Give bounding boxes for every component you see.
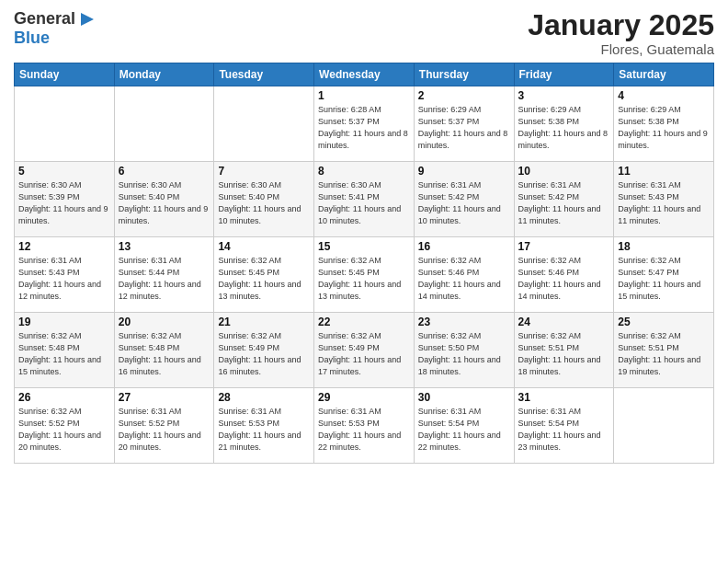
calendar-week-1: 1Sunrise: 6:28 AMSunset: 5:37 PMDaylight… — [15, 86, 714, 162]
day-info: Sunrise: 6:31 AMSunset: 5:54 PMDaylight:… — [518, 406, 610, 454]
day-number: 26 — [18, 391, 110, 404]
month-year: January 2025 — [528, 9, 714, 41]
day-number: 7 — [218, 165, 310, 178]
col-thursday: Thursday — [414, 63, 514, 86]
day-number: 10 — [518, 165, 610, 178]
day-number: 18 — [618, 240, 710, 253]
calendar-week-4: 19Sunrise: 6:32 AMSunset: 5:48 PMDayligh… — [15, 313, 714, 388]
day-info: Sunrise: 6:31 AMSunset: 5:53 PMDaylight:… — [318, 406, 410, 454]
calendar-week-5: 26Sunrise: 6:32 AMSunset: 5:52 PMDayligh… — [15, 388, 714, 464]
col-sunday: Sunday — [15, 63, 115, 86]
day-number: 8 — [318, 165, 410, 178]
day-info: Sunrise: 6:32 AMSunset: 5:48 PMDaylight:… — [18, 330, 110, 378]
day-info: Sunrise: 6:32 AMSunset: 5:52 PMDaylight:… — [18, 406, 110, 454]
calendar-cell: 11Sunrise: 6:31 AMSunset: 5:43 PMDayligh… — [614, 162, 714, 237]
logo-general: General — [14, 10, 75, 29]
day-number: 21 — [218, 316, 310, 328]
day-info: Sunrise: 6:30 AMSunset: 5:39 PMDaylight:… — [18, 179, 110, 227]
calendar-cell: 29Sunrise: 6:31 AMSunset: 5:53 PMDayligh… — [314, 388, 415, 464]
day-number: 17 — [518, 240, 610, 253]
calendar-header-row: Sunday Monday Tuesday Wednesday Thursday… — [15, 63, 714, 86]
title-block: January 2025 Flores, Guatemala — [528, 9, 714, 57]
day-number: 31 — [518, 391, 610, 404]
day-number: 25 — [618, 316, 710, 328]
day-info: Sunrise: 6:29 AMSunset: 5:37 PMDaylight:… — [418, 104, 510, 152]
calendar-cell: 24Sunrise: 6:32 AMSunset: 5:51 PMDayligh… — [514, 313, 614, 388]
day-number: 3 — [518, 89, 610, 102]
day-number: 19 — [18, 316, 110, 328]
calendar-cell: 5Sunrise: 6:30 AMSunset: 5:39 PMDaylight… — [15, 162, 115, 237]
location: Flores, Guatemala — [528, 41, 714, 57]
header: General Blue January 2025 Flores, Guatem… — [14, 9, 714, 57]
day-info: Sunrise: 6:31 AMSunset: 5:44 PMDaylight:… — [119, 255, 210, 303]
calendar-cell: 27Sunrise: 6:31 AMSunset: 5:52 PMDayligh… — [114, 388, 214, 464]
logo-icon — [77, 9, 97, 29]
day-info: Sunrise: 6:32 AMSunset: 5:47 PMDaylight:… — [618, 255, 710, 303]
day-number: 27 — [119, 391, 210, 404]
col-wednesday: Wednesday — [314, 63, 415, 86]
calendar-week-3: 12Sunrise: 6:31 AMSunset: 5:43 PMDayligh… — [15, 237, 714, 313]
calendar-cell — [614, 388, 714, 464]
day-info: Sunrise: 6:30 AMSunset: 5:41 PMDaylight:… — [318, 179, 410, 227]
calendar: Sunday Monday Tuesday Wednesday Thursday… — [14, 63, 714, 464]
col-friday: Friday — [514, 63, 614, 86]
calendar-cell: 12Sunrise: 6:31 AMSunset: 5:43 PMDayligh… — [15, 237, 115, 313]
day-number: 6 — [119, 165, 210, 178]
calendar-cell: 4Sunrise: 6:29 AMSunset: 5:38 PMDaylight… — [614, 86, 714, 162]
calendar-cell: 28Sunrise: 6:31 AMSunset: 5:53 PMDayligh… — [214, 388, 314, 464]
day-number: 14 — [218, 240, 310, 253]
day-number: 28 — [218, 391, 310, 404]
calendar-cell: 31Sunrise: 6:31 AMSunset: 5:54 PMDayligh… — [514, 388, 614, 464]
calendar-cell: 26Sunrise: 6:32 AMSunset: 5:52 PMDayligh… — [15, 388, 115, 464]
day-number: 20 — [119, 316, 210, 328]
day-number: 4 — [618, 89, 710, 102]
calendar-week-2: 5Sunrise: 6:30 AMSunset: 5:39 PMDaylight… — [15, 162, 714, 237]
day-info: Sunrise: 6:32 AMSunset: 5:45 PMDaylight:… — [318, 255, 410, 303]
calendar-cell — [214, 86, 314, 162]
day-info: Sunrise: 6:32 AMSunset: 5:46 PMDaylight:… — [518, 255, 610, 303]
day-info: Sunrise: 6:31 AMSunset: 5:52 PMDaylight:… — [119, 406, 210, 454]
day-number: 30 — [418, 391, 510, 404]
day-info: Sunrise: 6:28 AMSunset: 5:37 PMDaylight:… — [318, 104, 410, 152]
day-info: Sunrise: 6:29 AMSunset: 5:38 PMDaylight:… — [618, 104, 710, 152]
day-number: 2 — [418, 89, 510, 102]
page: General Blue January 2025 Flores, Guatem… — [0, 0, 728, 563]
calendar-cell: 1Sunrise: 6:28 AMSunset: 5:37 PMDaylight… — [314, 86, 415, 162]
day-number: 15 — [318, 240, 410, 253]
day-info: Sunrise: 6:32 AMSunset: 5:51 PMDaylight:… — [618, 330, 710, 378]
calendar-cell: 2Sunrise: 6:29 AMSunset: 5:37 PMDaylight… — [414, 86, 514, 162]
logo-blue: Blue — [14, 29, 50, 48]
logo: General Blue — [14, 9, 97, 48]
day-number: 22 — [318, 316, 410, 328]
day-info: Sunrise: 6:31 AMSunset: 5:43 PMDaylight:… — [18, 255, 110, 303]
day-info: Sunrise: 6:31 AMSunset: 5:53 PMDaylight:… — [218, 406, 310, 454]
calendar-cell: 14Sunrise: 6:32 AMSunset: 5:45 PMDayligh… — [214, 237, 314, 313]
day-info: Sunrise: 6:32 AMSunset: 5:46 PMDaylight:… — [418, 255, 510, 303]
col-saturday: Saturday — [614, 63, 714, 86]
day-number: 9 — [418, 165, 510, 178]
calendar-cell: 9Sunrise: 6:31 AMSunset: 5:42 PMDaylight… — [414, 162, 514, 237]
calendar-cell: 13Sunrise: 6:31 AMSunset: 5:44 PMDayligh… — [114, 237, 214, 313]
calendar-cell: 16Sunrise: 6:32 AMSunset: 5:46 PMDayligh… — [414, 237, 514, 313]
day-info: Sunrise: 6:32 AMSunset: 5:48 PMDaylight:… — [119, 330, 210, 378]
col-tuesday: Tuesday — [214, 63, 314, 86]
day-info: Sunrise: 6:32 AMSunset: 5:51 PMDaylight:… — [518, 330, 610, 378]
day-number: 1 — [318, 89, 410, 102]
day-info: Sunrise: 6:30 AMSunset: 5:40 PMDaylight:… — [119, 179, 210, 227]
day-info: Sunrise: 6:30 AMSunset: 5:40 PMDaylight:… — [218, 179, 310, 227]
calendar-cell: 3Sunrise: 6:29 AMSunset: 5:38 PMDaylight… — [514, 86, 614, 162]
day-info: Sunrise: 6:32 AMSunset: 5:45 PMDaylight:… — [218, 255, 310, 303]
calendar-cell: 25Sunrise: 6:32 AMSunset: 5:51 PMDayligh… — [614, 313, 714, 388]
day-info: Sunrise: 6:32 AMSunset: 5:49 PMDaylight:… — [318, 330, 410, 378]
day-info: Sunrise: 6:31 AMSunset: 5:42 PMDaylight:… — [518, 179, 610, 227]
calendar-cell: 10Sunrise: 6:31 AMSunset: 5:42 PMDayligh… — [514, 162, 614, 237]
calendar-cell: 8Sunrise: 6:30 AMSunset: 5:41 PMDaylight… — [314, 162, 415, 237]
day-number: 23 — [418, 316, 510, 328]
calendar-cell: 20Sunrise: 6:32 AMSunset: 5:48 PMDayligh… — [114, 313, 214, 388]
col-monday: Monday — [114, 63, 214, 86]
day-info: Sunrise: 6:32 AMSunset: 5:50 PMDaylight:… — [418, 330, 510, 378]
day-info: Sunrise: 6:31 AMSunset: 5:54 PMDaylight:… — [418, 406, 510, 454]
calendar-cell: 17Sunrise: 6:32 AMSunset: 5:46 PMDayligh… — [514, 237, 614, 313]
day-number: 12 — [18, 240, 110, 253]
day-number: 16 — [418, 240, 510, 253]
